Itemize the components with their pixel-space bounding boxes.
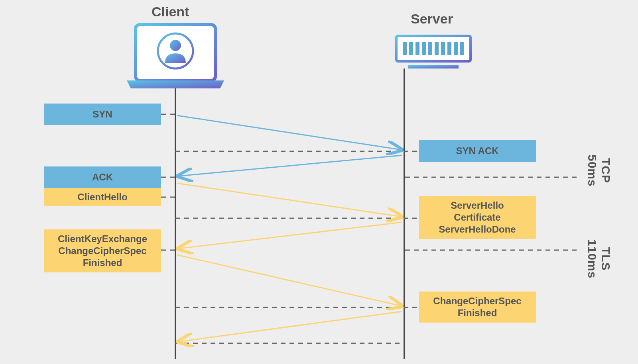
msg-line: Certificate <box>454 211 500 223</box>
svg-rect-9 <box>435 42 439 55</box>
svg-rect-4 <box>403 42 407 55</box>
tcp-label: TCP50ms <box>585 147 612 194</box>
server-title: Server <box>411 11 453 27</box>
svg-rect-10 <box>441 42 445 55</box>
svg-point-2 <box>170 40 181 51</box>
msg-changecipherspec: ChangeCipherSpec Finished <box>419 292 536 323</box>
svg-rect-3 <box>396 36 471 61</box>
client-lifeline <box>175 88 176 359</box>
msg-synack: SYN ACK <box>419 140 536 162</box>
msg-ack: ACK <box>44 166 161 188</box>
msg-line: ServerHello <box>451 200 504 211</box>
svg-line-25 <box>177 115 401 150</box>
svg-line-27 <box>177 183 401 217</box>
msg-line: ChangeCipherSpec <box>58 245 146 257</box>
svg-line-28 <box>179 222 402 249</box>
svg-point-1 <box>158 33 193 68</box>
msg-line: ChangeCipherSpec <box>433 295 521 307</box>
client-title: Client <box>152 4 189 20</box>
svg-rect-0 <box>136 25 215 80</box>
svg-rect-6 <box>415 42 419 55</box>
server-lifeline <box>404 68 405 359</box>
msg-serverhello: ServerHello Certificate ServerHelloDone <box>419 196 536 239</box>
msg-line: ServerHelloDone <box>439 223 516 235</box>
svg-rect-11 <box>447 42 451 55</box>
svg-line-26 <box>179 155 402 176</box>
tls-label: TLS110ms <box>585 231 612 287</box>
msg-line: ClientKeyExchange <box>58 233 147 245</box>
svg-line-30 <box>179 311 402 342</box>
svg-rect-8 <box>428 42 432 55</box>
svg-rect-7 <box>422 42 426 55</box>
msg-line: Finished <box>458 307 497 319</box>
msg-syn: SYN <box>44 104 161 125</box>
msg-clienthello: ClientHello <box>44 188 161 206</box>
msg-clientkeyexchange: ClientKeyExchange ChangeCipherSpec Finis… <box>44 229 161 272</box>
svg-rect-5 <box>409 42 413 55</box>
svg-line-29 <box>177 255 401 306</box>
svg-rect-14 <box>408 65 459 68</box>
svg-rect-12 <box>454 42 458 55</box>
svg-rect-13 <box>460 42 464 55</box>
msg-line: Finished <box>83 257 122 269</box>
